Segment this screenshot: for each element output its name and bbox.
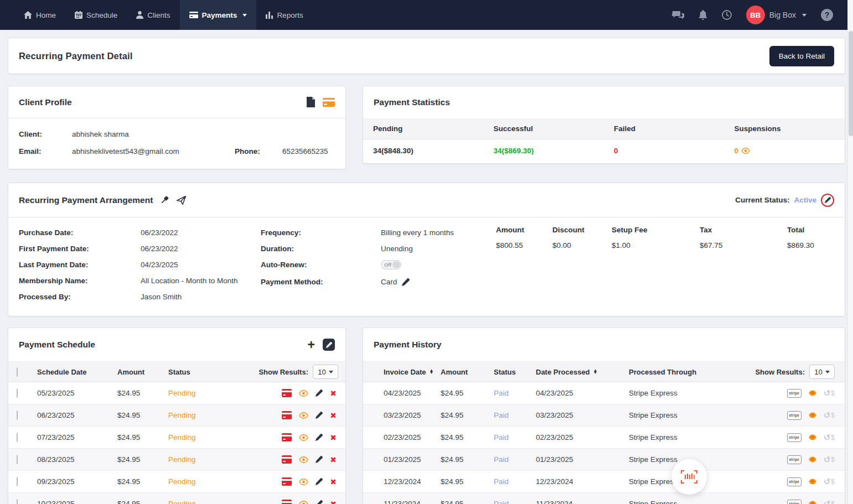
refund-icon[interactable]: ↺$ [824, 433, 835, 443]
account-menu[interactable]: BB Big Box [746, 6, 807, 24]
eye-icon[interactable] [808, 456, 817, 463]
charge-card-icon[interactable] [282, 500, 292, 504]
page-content: Recurring Payment Detail Back to Retail … [0, 30, 853, 504]
edit-row-icon[interactable] [316, 412, 323, 419]
barcode-scan-fab[interactable] [671, 459, 707, 495]
eye-icon[interactable] [299, 479, 308, 485]
nav-item-home[interactable]: Home [14, 0, 65, 30]
schedule-status: Pending [168, 433, 282, 441]
delete-row-icon[interactable]: ✖ [330, 411, 337, 420]
stripe-badge-icon[interactable]: stripe [787, 389, 802, 398]
invoice-date: 03/23/2025 [363, 411, 441, 419]
nav-item-schedule[interactable]: Schedule [65, 0, 127, 30]
person-icon [136, 11, 143, 19]
nav-item-label: Clients [147, 11, 170, 19]
nav-item-payments[interactable]: Payments [180, 0, 257, 30]
vertical-scrollbar[interactable] [847, 0, 853, 504]
eye-icon[interactable] [808, 390, 817, 396]
charge-card-icon[interactable] [282, 389, 292, 397]
delete-row-icon[interactable]: ✖ [330, 433, 337, 442]
refund-icon[interactable]: ↺$ [824, 499, 835, 504]
delete-row-icon[interactable]: ✖ [330, 389, 337, 398]
clock-icon[interactable] [722, 10, 732, 20]
eye-icon[interactable] [808, 434, 817, 440]
nav-item-clients[interactable]: Clients [127, 0, 179, 30]
history-col-invoice-date[interactable]: Invoice Date [384, 368, 426, 376]
show-results-select[interactable]: 10 [809, 365, 835, 379]
charge-card-icon[interactable] [282, 411, 292, 419]
edit-row-icon[interactable] [316, 500, 323, 504]
eye-icon[interactable] [808, 412, 817, 418]
bell-icon[interactable] [699, 10, 707, 20]
eye-icon[interactable] [299, 412, 308, 419]
back-to-retail-button[interactable]: Back to Retail [769, 46, 834, 66]
eye-icon[interactable] [808, 479, 817, 485]
discount-header: Discount [552, 226, 612, 234]
eye-icon[interactable] [299, 501, 308, 504]
edit-status-icon[interactable] [821, 194, 834, 207]
history-amount: $24.95 [441, 455, 494, 464]
invoice-date: 02/23/2025 [363, 433, 441, 441]
chat-icon[interactable] [672, 11, 684, 20]
row-checkbox[interactable] [17, 499, 18, 504]
refund-icon[interactable]: ↺$ [824, 477, 835, 487]
history-row: 04/23/2025 $24.95 Paid 04/23/2025 Stripe… [363, 382, 845, 404]
send-icon[interactable] [177, 196, 186, 205]
row-checkbox[interactable] [17, 455, 18, 464]
stats-pending-value: 34($848.30) [363, 139, 484, 163]
delete-row-icon[interactable]: ✖ [330, 477, 337, 486]
charge-card-icon[interactable] [282, 433, 292, 441]
show-results-select[interactable]: 10 [313, 365, 338, 379]
add-schedule-icon[interactable]: + [308, 339, 315, 350]
row-checkbox[interactable] [17, 477, 18, 486]
delete-row-icon[interactable]: ✖ [330, 500, 337, 504]
history-col-processed-through[interactable]: Processed Through [629, 368, 755, 376]
schedule-amount: $24.95 [117, 477, 168, 486]
refund-icon[interactable]: ↺$ [824, 388, 835, 398]
stripe-badge-icon[interactable]: stripe [787, 455, 802, 464]
help-icon[interactable]: ? [821, 9, 833, 21]
eye-icon[interactable] [299, 390, 308, 397]
schedule-date: 06/23/2025 [37, 411, 117, 419]
auto-renew-toggle[interactable]: Off [381, 260, 401, 269]
delete-row-icon[interactable]: ✖ [330, 455, 337, 464]
stripe-badge-icon[interactable]: stripe [787, 433, 802, 442]
history-col-status[interactable]: Status [494, 368, 536, 376]
stripe-badge-icon[interactable]: stripe [787, 477, 802, 486]
refund-icon[interactable]: ↺$ [824, 455, 835, 465]
charge-card-icon[interactable] [282, 477, 292, 486]
schedule-date: 07/23/2025 [37, 433, 117, 441]
row-checkbox[interactable] [17, 433, 18, 442]
row-checkbox[interactable] [17, 411, 18, 420]
eye-icon[interactable] [741, 148, 750, 154]
toggle-knob [392, 261, 400, 268]
eye-icon[interactable] [808, 501, 817, 504]
edit-row-icon[interactable] [316, 434, 323, 441]
document-icon[interactable] [307, 97, 315, 107]
edit-schedule-icon[interactable] [323, 339, 335, 351]
scrollbar-thumb[interactable] [849, 31, 853, 136]
sort-date-processed-icon[interactable]: ▲▼ [593, 370, 598, 375]
select-all-checkbox[interactable] [17, 367, 18, 377]
nav-item-reports[interactable]: Reports [256, 0, 312, 30]
schedule-col-amount[interactable]: Amount [117, 368, 168, 376]
history-amount: $24.95 [441, 500, 494, 504]
stripe-badge-icon[interactable]: stripe [787, 411, 802, 420]
row-checkbox[interactable] [17, 388, 18, 398]
edit-row-icon[interactable] [316, 456, 323, 463]
edit-payment-method-icon[interactable] [402, 278, 410, 286]
history-col-amount[interactable]: Amount [441, 368, 494, 376]
stripe-badge-icon[interactable]: stripe [787, 500, 802, 504]
schedule-col-status[interactable]: Status [168, 368, 259, 376]
charge-card-icon[interactable] [282, 455, 292, 464]
edit-row-icon[interactable] [316, 478, 323, 485]
history-col-date-processed[interactable]: Date Processed [536, 368, 590, 376]
edit-row-icon[interactable] [316, 389, 323, 397]
card-payment-icon[interactable] [323, 98, 335, 107]
eye-icon[interactable] [299, 456, 308, 463]
refund-icon[interactable]: ↺$ [824, 411, 835, 420]
gavel-icon[interactable] [160, 195, 169, 205]
schedule-col-date[interactable]: Schedule Date [37, 368, 117, 376]
eye-icon[interactable] [299, 434, 308, 441]
sort-invoice-date-icon[interactable]: ▲▼ [430, 370, 434, 375]
